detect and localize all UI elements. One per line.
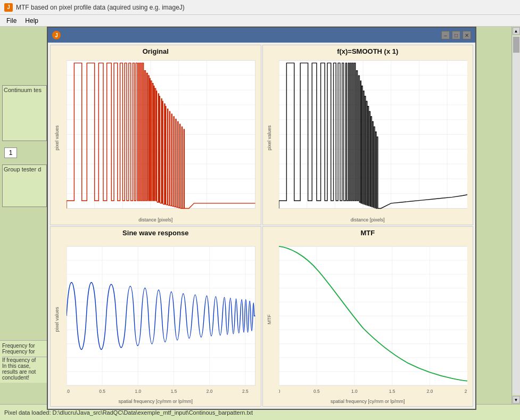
svg-text:2.5: 2.5 <box>464 389 467 393</box>
dialog-close-btn[interactable]: ✕ <box>463 31 471 39</box>
dialog-window: J – □ ✕ Original <box>47 27 476 410</box>
plot-smooth-ylabel: pixel values <box>267 125 272 150</box>
scrollbar-up-btn[interactable]: ▲ <box>513 27 520 35</box>
plot-sine-xlabel: spatial frequency [cy/mm or lp/mm] <box>51 399 261 404</box>
plots-grid: Original <box>48 43 475 409</box>
scrollbar-track <box>513 36 520 395</box>
plot-mtf-title: MTF <box>263 227 473 238</box>
dialog-java-icon: J <box>52 31 61 39</box>
menu-file[interactable]: File <box>2 16 21 26</box>
svg-text:0.5: 0.5 <box>313 389 320 393</box>
svg-text:0.0: 0.0 <box>67 389 70 393</box>
dialog-title-left: J <box>52 31 61 39</box>
plot-mtf-ylabel: MTF <box>267 314 272 324</box>
plot-sine: Sine wave response <box>50 226 261 407</box>
svg-text:1.5: 1.5 <box>171 389 177 393</box>
app-icon: J <box>4 3 13 12</box>
plot-original-ylabel: pixel values <box>54 125 60 150</box>
if-freq-text: If frequency of <box>2 357 47 363</box>
conclusion-text: In this case, results are not concludent… <box>2 363 47 381</box>
dialog-maximize-btn[interactable]: □ <box>452 31 460 39</box>
plot-sine-ylabel: pixel values <box>54 307 60 332</box>
dialog-controls: – □ ✕ <box>441 31 471 39</box>
left-sidebar: Continuum tes 1 Group tester d Frequency… <box>0 27 49 420</box>
menu-help[interactable]: Help <box>21 16 43 26</box>
main-area: Continuum tes 1 Group tester d Frequency… <box>0 27 520 420</box>
plot-smooth: f(x)=SMOOTH (x 1) <box>262 45 474 225</box>
svg-text:0.5: 0.5 <box>99 389 105 393</box>
svg-text:1.0: 1.0 <box>351 389 357 393</box>
plot-smooth-title: f(x)=SMOOTH (x 1) <box>263 45 473 56</box>
svg-text:2.0: 2.0 <box>207 389 213 393</box>
plot-mtf-xlabel: spatial frequency [cy/mm or lp/mm] <box>263 399 473 404</box>
svg-text:0: 0 <box>279 389 280 393</box>
group-label: Group tester d <box>4 166 45 172</box>
svg-text:2.5: 2.5 <box>242 389 249 393</box>
dialog-minimize-btn[interactable]: – <box>441 31 450 39</box>
menu-bar: File Help <box>0 15 520 27</box>
app-title: MTF based on pixel profile data (aquired… <box>16 4 185 11</box>
continuum-label: Continuum tes <box>4 87 45 93</box>
freq2-text: Frequency for <box>2 349 47 355</box>
scrollbar-down-btn[interactable]: ▼ <box>513 396 520 403</box>
svg-text:1.5: 1.5 <box>389 389 395 393</box>
plot-mtf: MTF <box>262 226 474 407</box>
number-box[interactable]: 1 <box>4 147 17 158</box>
plot-original: Original <box>50 45 261 225</box>
plot-sine-title: Sine wave response <box>51 227 261 238</box>
status-text: Pixel data loaded: D:\dlucru\Java_src\Ra… <box>4 409 253 416</box>
svg-text:2.0: 2.0 <box>426 389 433 393</box>
plot-original-title: Original <box>51 45 261 56</box>
svg-text:1.0: 1.0 <box>135 389 142 393</box>
right-scrollbar: ▲ ▼ <box>511 27 520 404</box>
plot-original-xlabel: distance [pixels] <box>51 217 261 223</box>
freq1-text: Frequency for <box>2 343 47 349</box>
title-bar: J MTF based on pixel profile data (aquir… <box>0 0 520 15</box>
plot-smooth-xlabel: distance [pixels] <box>263 217 473 223</box>
dialog-title-bar: J – □ ✕ <box>48 28 475 43</box>
scrollbar-thumb[interactable] <box>513 37 519 53</box>
